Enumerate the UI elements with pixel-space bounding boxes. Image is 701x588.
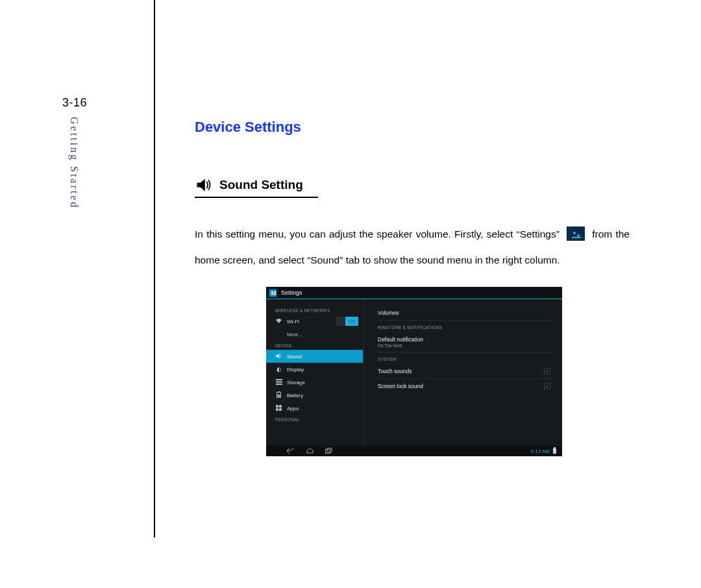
- sidebar-cat-device: DEVICE: [266, 341, 363, 350]
- setting-label: Touch sounds: [378, 368, 553, 374]
- settings-app-icon: [567, 227, 585, 241]
- battery-icon: [275, 391, 282, 399]
- heading-device-settings: Device Settings: [195, 119, 630, 136]
- setting-row-volumes[interactable]: Volumes: [378, 306, 553, 321]
- sidebar-item-label: Wi-Fi: [287, 319, 299, 325]
- app-header: Settings: [266, 287, 562, 299]
- checkbox-icon[interactable]: ✓: [544, 368, 550, 374]
- app-title: Settings: [281, 289, 302, 296]
- subheading-sound-setting: Sound Setting: [219, 178, 303, 192]
- setting-row-touch-sounds[interactable]: Touch sounds ✓: [378, 364, 553, 379]
- sidebar-item-apps[interactable]: Apps: [266, 402, 363, 415]
- svg-rect-13: [327, 448, 332, 452]
- svg-rect-9: [279, 405, 282, 408]
- sidebar-item-display[interactable]: ◐ Display: [266, 363, 363, 376]
- sound-icon: [275, 353, 282, 360]
- speaker-icon: [195, 176, 213, 194]
- settings-main-pane: Volumes RINGTONE & NOTIFICATIONS Default…: [363, 299, 562, 446]
- setting-row-default-notification[interactable]: Default notification On The Hunt: [378, 332, 553, 352]
- wifi-toggle-state: ON: [345, 317, 358, 326]
- subheading-row: Sound Setting: [195, 176, 318, 198]
- android-settings-screenshot: Settings WIRELESS & NETWORKS Wi-Fi ON: [266, 287, 562, 456]
- sidebar-item-more[interactable]: More...: [266, 328, 363, 341]
- svg-rect-11: [279, 408, 282, 411]
- paragraph-text-1: In this setting menu, you can adjust the…: [195, 228, 560, 239]
- settings-header-icon: [269, 289, 277, 297]
- svg-marker-1: [276, 353, 279, 358]
- sidebar-item-label: Sound: [287, 354, 302, 360]
- sidebar-item-storage[interactable]: Storage: [266, 376, 363, 389]
- svg-rect-7: [278, 395, 280, 397]
- svg-rect-3: [276, 381, 282, 382]
- settings-sidebar: WIRELESS & NETWORKS Wi-Fi ON More... D: [266, 299, 363, 446]
- wifi-icon: [275, 318, 282, 325]
- nav-recent-icon[interactable]: [325, 448, 332, 455]
- page-number: 3-16: [62, 96, 87, 110]
- setting-sublabel: On The Hunt: [378, 343, 553, 348]
- setting-label: Screen lock sound: [378, 383, 553, 389]
- nav-back-icon[interactable]: [287, 448, 295, 455]
- sidebar-item-label: More...: [287, 332, 302, 337]
- setting-label: Volumes: [378, 310, 553, 316]
- battery-status-icon: [553, 448, 556, 454]
- display-icon: ◐: [275, 366, 282, 373]
- sidebar-item-wifi[interactable]: Wi-Fi ON: [266, 315, 363, 328]
- setting-row-screen-lock-sound[interactable]: Screen lock sound ✓: [378, 379, 553, 393]
- body-paragraph: In this setting menu, you can adjust the…: [195, 221, 630, 273]
- svg-marker-0: [197, 178, 205, 191]
- svg-rect-10: [276, 408, 278, 411]
- sidebar-item-sound[interactable]: Sound: [266, 350, 363, 363]
- sidebar-item-label: Apps: [287, 406, 299, 411]
- sidebar-item-label: Storage: [287, 380, 305, 386]
- nav-home-icon[interactable]: [306, 448, 314, 455]
- wifi-toggle[interactable]: ON: [336, 317, 358, 326]
- main-cat-system: SYSTEM: [378, 352, 553, 364]
- svg-rect-8: [276, 405, 278, 408]
- setting-label: Default notification: [378, 336, 553, 343]
- main-cat-ringtone: RINGTONE & NOTIFICATIONS: [378, 321, 553, 332]
- svg-rect-4: [276, 384, 282, 385]
- android-navbar: 5:12 AM: [266, 446, 562, 456]
- storage-icon: [275, 379, 282, 386]
- checkbox-icon[interactable]: ✓: [544, 383, 550, 389]
- svg-rect-2: [276, 379, 282, 380]
- sidebar-cat-personal: PERSONAL: [266, 415, 363, 424]
- apps-icon: [275, 405, 282, 412]
- sidebar-item-battery[interactable]: Battery: [266, 389, 363, 402]
- section-label: Getting Started: [68, 117, 80, 209]
- svg-rect-12: [326, 449, 330, 453]
- status-time: 5:12 AM: [531, 448, 550, 454]
- sidebar-item-label: Display: [287, 367, 304, 373]
- sidebar-cat-wireless: WIRELESS & NETWORKS: [266, 306, 363, 315]
- sidebar-item-label: Battery: [287, 393, 303, 398]
